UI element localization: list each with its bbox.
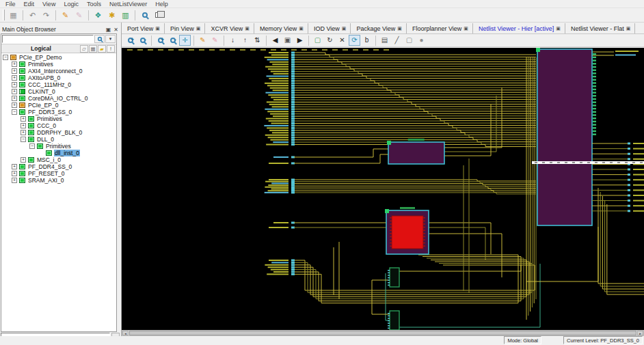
undock-tab-icon[interactable]: ▣ [299, 26, 304, 31]
netlist-schematic-canvas[interactable] [122, 48, 644, 330]
undo-icon[interactable]: ↶ [26, 9, 39, 21]
collapse-toggle-icon[interactable]: − [21, 137, 26, 142]
collapse-icon[interactable]: ✕ [336, 35, 348, 46]
new-sheet-icon[interactable]: ▢ [312, 35, 323, 46]
expand-toggle-icon[interactable]: + [12, 89, 17, 94]
search-options-dropdown[interactable]: ▾ [105, 35, 116, 43]
undock-tab-icon[interactable]: ▣ [245, 26, 250, 31]
expand-toggle-icon[interactable]: + [21, 123, 26, 128]
corner-icon[interactable]: b [361, 35, 373, 46]
settings-icon[interactable]: ✱ [105, 9, 118, 21]
tree-item-axitoapb-0[interactable]: +AXItoAPB_0 [1, 74, 116, 81]
close-panel-icon[interactable]: ✕ [112, 26, 120, 33]
refresh-icon[interactable]: ↻ [324, 35, 336, 46]
expand-toggle-icon[interactable]: + [12, 61, 17, 67]
tab-xcvr-view[interactable]: XCVR View▣ [205, 23, 254, 33]
expand-toggle-icon[interactable]: + [21, 157, 26, 163]
tree-item-msc-i-0[interactable]: +MSC_i_0 [1, 156, 116, 163]
tab-netlist-viewer-flat[interactable]: Netlist Viewer - Flat▣ [565, 23, 635, 33]
copy-icon[interactable]: ▥ [119, 9, 132, 21]
menu-logic[interactable]: Logic [60, 1, 82, 8]
zoom-in-icon[interactable]: + [124, 35, 136, 46]
tab-iod-view[interactable]: IOD View▣ [308, 23, 351, 33]
eraser-icon[interactable]: ✎ [72, 9, 85, 21]
toolbar-handle[interactable] [3, 10, 5, 20]
menu-tools[interactable]: Tools [83, 1, 105, 8]
page-icon[interactable]: ▢ [403, 35, 415, 46]
expand-toggle-icon[interactable]: + [21, 116, 26, 122]
tab-memory-view[interactable]: Memory View▣ [254, 23, 308, 33]
canvas-horizontal-scrollbar[interactable]: ◂ ▸ [122, 330, 644, 336]
push-instance-icon[interactable]: ↓ [227, 35, 239, 46]
expand-toggle-icon[interactable]: + [21, 130, 26, 135]
tree-item-dll-inst-0[interactable]: dll_inst_0 [1, 150, 116, 156]
slash-icon[interactable]: ╱ [391, 35, 403, 46]
tree-item-primitives[interactable]: +Primitives [1, 115, 116, 122]
fit-to-window-icon[interactable]: ✛ [179, 35, 191, 46]
tab-port-view[interactable]: Port View▣ [122, 23, 165, 33]
scroll-right-arrow[interactable]: ▸ [637, 331, 643, 335]
save-icon[interactable]: ▦ [7, 9, 20, 21]
tab-package-view[interactable]: Package View▣ [351, 23, 407, 33]
expand-toggle-icon[interactable]: + [12, 75, 17, 81]
tree-item-coredma-io-ctrl-0[interactable]: +CoreDMA_IO_CTRL_0 [1, 95, 116, 102]
tree-item-ccc-0[interactable]: +CCC_0 [1, 122, 116, 129]
tree-item-primitives[interactable]: −Primitives [1, 143, 116, 150]
redo-icon[interactable]: ↷ [40, 9, 53, 21]
cascade-windows-icon[interactable] [152, 9, 165, 21]
export-icon[interactable]: ▤ [379, 35, 390, 46]
tree-item-primitives[interactable]: +Primitives [1, 61, 116, 68]
edit-pencil-icon[interactable]: ✎ [197, 35, 209, 46]
expand-toggle-icon[interactable]: + [12, 171, 17, 176]
menu-view[interactable]: View [39, 1, 59, 8]
tree-item-pcie-ep-demo[interactable]: −PCIe_EP_Demo [1, 54, 116, 61]
tree-item-dll-0[interactable]: −DLL_0 [1, 136, 116, 143]
expand-toggle-icon[interactable]: + [12, 96, 17, 101]
tab-floorplanner-view[interactable]: Floorplanner View▣ [407, 23, 473, 33]
tab-netlist-viewer-hier-active[interactable]: Netlist Viewer - Hier [active]▣ [473, 23, 565, 33]
record-icon[interactable]: ● [416, 35, 427, 46]
tree-item-pf-ddr3-ss-0[interactable]: −PF_DDR3_SS_0 [1, 109, 116, 115]
edit-pencil-icon[interactable]: ✎ [59, 9, 72, 21]
undock-tab-icon[interactable]: ▣ [196, 26, 201, 31]
current-view-icon[interactable]: ▣ [282, 35, 293, 46]
expand-toggle-icon[interactable]: + [12, 178, 17, 183]
tree-item-axi4-interconnect-0[interactable]: +AXI4_Interconnect_0 [1, 68, 116, 74]
pop-instance-icon[interactable]: ↑ [239, 35, 251, 46]
tree-item-ddrphy-blk-0[interactable]: +DDRPHY_BLK_0 [1, 129, 116, 136]
zoom-icon[interactable] [138, 9, 151, 21]
collapse-toggle-icon[interactable]: − [29, 143, 35, 149]
tree-item-pcie-ep-0[interactable]: +PCIe_EP_0 [1, 102, 116, 109]
eraser-icon[interactable]: ✎ [209, 35, 221, 46]
forward-icon[interactable]: ▶ [294, 35, 306, 46]
tree-item-sram-axi-0[interactable]: +SRAM_AXI_0 [1, 177, 116, 184]
zoom-selection-icon[interactable]: - [167, 35, 178, 46]
undock-tab-icon[interactable]: ▣ [464, 26, 468, 31]
show-hierarchy-icon[interactable]: ⟳ [349, 35, 360, 46]
tree-item-clkint-0[interactable]: +CLKINT_0 [1, 88, 116, 95]
group-icon[interactable]: ▦ [89, 45, 97, 53]
menu-file[interactable]: File [2, 1, 19, 8]
search-icon[interactable] [94, 35, 105, 43]
menu-edit[interactable]: Edit [21, 1, 38, 8]
search-input[interactable] [2, 35, 94, 43]
probe-icon[interactable]: ❖ [92, 9, 105, 21]
back-icon[interactable]: ◀ [269, 35, 281, 46]
expand-toggle-icon[interactable]: + [12, 82, 17, 87]
menu-netlistviewer[interactable]: NetListViewer [106, 1, 150, 8]
menu-help[interactable]: Help [152, 1, 172, 8]
alert-icon[interactable]: ! [107, 45, 115, 53]
undock-tab-icon[interactable]: ▣ [626, 26, 631, 31]
collapse-toggle-icon[interactable]: − [3, 55, 8, 60]
tab-pin-view[interactable]: Pin View▣ [165, 23, 205, 33]
tree-item-ccc-111mhz-0[interactable]: +CCC_111MHz_0 [1, 81, 116, 88]
float-panel-icon[interactable]: ▣ [105, 26, 112, 33]
undock-tab-icon[interactable]: ▣ [342, 26, 347, 31]
zoom-out-icon[interactable]: - [137, 35, 148, 46]
collapse-toggle-icon[interactable]: − [12, 109, 17, 115]
tree-item-pf-reset-0[interactable]: +PF_RESET_0 [1, 170, 116, 177]
highlight-icon[interactable]: ▰ [98, 45, 106, 53]
tree-item-pf-ddr4-ss-0[interactable]: +PF_DDR4_SS_0 [1, 163, 116, 170]
expand-toggle-icon[interactable]: + [12, 102, 17, 108]
expand-toggle-icon[interactable]: + [12, 68, 17, 74]
